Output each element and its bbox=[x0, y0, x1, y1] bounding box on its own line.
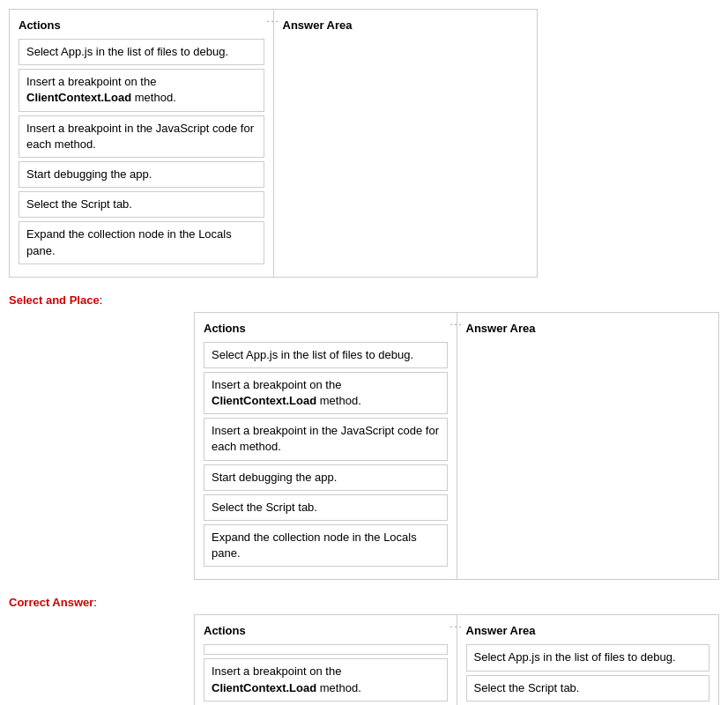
select-place-label-text: Select and Place bbox=[9, 293, 100, 307]
select-place-actions-panel: Actions Select App.js in the list of fil… bbox=[195, 313, 457, 580]
correct-answer-actions-panel: Actions Insert a breakpoint on the Clien… bbox=[195, 615, 457, 705]
correct-answer-answer-panel: Answer Area Select App.js in the list of… bbox=[457, 615, 719, 705]
top-dots: ... bbox=[266, 13, 279, 24]
action-item[interactable]: Insert a breakpoint on the ClientContext… bbox=[204, 372, 448, 414]
top-answer-title: Answer Area bbox=[283, 19, 529, 32]
action-item[interactable]: Expand the collection node in the Locals… bbox=[19, 221, 264, 263]
correct-answer-drag-container: ... Actions Insert a breakpoint on the C… bbox=[194, 614, 719, 705]
correct-answer-section: Correct Answer: ... Actions Insert a bre… bbox=[9, 596, 719, 705]
correct-answer-colon: : bbox=[93, 596, 97, 609]
action-item[interactable]: Select App.js in the list of files to de… bbox=[19, 39, 264, 65]
select-place-section: Select and Place: ... Actions Select App… bbox=[9, 293, 719, 581]
correct-answer-answer-title: Answer Area bbox=[466, 624, 710, 637]
action-item[interactable]: Expand the collection node in the Locals… bbox=[204, 524, 448, 567]
action-item[interactable]: Insert a breakpoint in the JavaScript co… bbox=[19, 115, 264, 158]
correct-answer-label: Correct Answer: bbox=[9, 596, 719, 609]
select-place-colon: : bbox=[100, 293, 103, 307]
select-place-label: Select and Place: bbox=[9, 293, 719, 307]
correct-answer-actions-title: Actions bbox=[204, 624, 448, 637]
top-actions-panel: Actions Select App.js in the list of fil… bbox=[10, 10, 273, 277]
select-place-actions-title: Actions bbox=[204, 322, 448, 335]
correct-answer-label-text: Correct Answer bbox=[9, 596, 93, 609]
top-actions-title: Actions bbox=[19, 19, 264, 32]
action-item[interactable]: Select the Script tab. bbox=[19, 191, 264, 218]
select-place-drag-container: ... Actions Select App.js in the list of… bbox=[194, 312, 719, 581]
top-drag-container: ... Actions Select App.js in the list of… bbox=[9, 9, 538, 278]
answer-item: Select App.js in the list of files to de… bbox=[466, 644, 710, 671]
action-item[interactable]: Insert a breakpoint on the ClientContext… bbox=[19, 69, 264, 111]
select-place-answer-title: Answer Area bbox=[466, 322, 710, 335]
action-item[interactable]: Select App.js in the list of files to de… bbox=[204, 342, 448, 368]
correct-answer-dots: ... bbox=[449, 619, 463, 629]
action-item[interactable]: Select the Script tab. bbox=[204, 494, 448, 521]
top-section: ... Actions Select App.js in the list of… bbox=[9, 9, 719, 278]
answer-item: Select the Script tab. bbox=[466, 675, 710, 701]
select-place-dots: ... bbox=[449, 316, 463, 327]
action-item[interactable]: Insert a breakpoint on the ClientContext… bbox=[204, 658, 448, 701]
top-answer-panel: Answer Area bbox=[274, 10, 538, 277]
select-place-answer-panel: Answer Area bbox=[457, 313, 719, 580]
action-item[interactable] bbox=[204, 644, 448, 655]
action-item[interactable]: Insert a breakpoint in the JavaScript co… bbox=[204, 418, 448, 460]
action-item[interactable]: Start debugging the app. bbox=[19, 161, 264, 188]
action-item[interactable]: Start debugging the app. bbox=[204, 464, 448, 491]
